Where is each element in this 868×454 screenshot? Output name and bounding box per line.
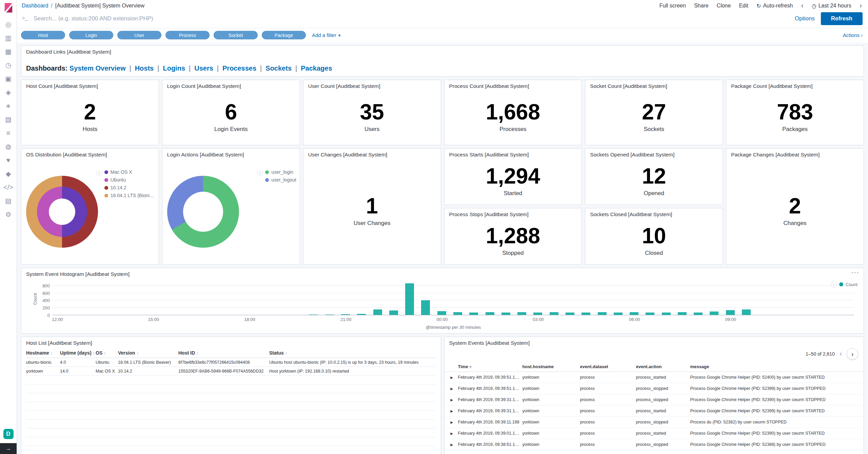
column-header[interactable]: Status↕ [269,348,436,358]
histogram-bar[interactable] [357,314,366,315]
sidebar-item-canvas[interactable]: ▣ [3,74,14,83]
histogram-bar[interactable] [501,313,510,315]
sidebar-item-timelion[interactable]: ◷ [3,60,14,70]
column-header[interactable]: Host ID↕ [178,348,269,358]
histogram-bar[interactable] [405,283,414,315]
page-prev-button[interactable]: ‹ [840,350,842,358]
legend-item[interactable]: Mac OS X [104,169,155,175]
dashboard-link-system-overview[interactable]: System Overview [70,64,126,72]
row-expand-icon[interactable]: ▶ [448,398,458,402]
filter-pill-process[interactable]: Process [165,31,210,39]
clone-button[interactable]: Clone [717,3,731,9]
sidebar-item-visualize[interactable]: ▥ [3,33,14,43]
legend-item[interactable]: Ubuntu [104,177,155,183]
histogram-bar[interactable] [517,312,526,315]
sidebar-item-machine-learning[interactable]: ∗ [3,101,14,111]
histogram-bar[interactable] [630,312,638,315]
sidebar-item-maps[interactable]: ◈ [3,88,14,97]
legend-item[interactable]: 18.04.1 LTS (Bionic B... [104,193,155,198]
row-expand-icon[interactable]: ▶ [448,409,458,413]
page-next-button[interactable]: › [847,348,858,360]
time-forward-button[interactable]: › [860,2,862,10]
histogram-bar[interactable] [437,311,446,315]
sidebar-item-management[interactable]: ⚙ [3,210,14,219]
legend-label[interactable]: Count [846,282,857,287]
sidebar-item-apm[interactable]: ◍ [3,142,14,151]
histogram-bar[interactable] [309,315,318,315]
edit-button[interactable]: Edit [739,3,748,9]
row-expand-icon[interactable]: ▶ [448,443,458,447]
histogram-bar[interactable] [598,312,607,315]
auto-refresh-button[interactable]: ↻ Auto-refresh [756,3,793,9]
add-filter-link[interactable]: Add a filter + [312,32,341,38]
row-expand-icon[interactable]: ▶ [448,420,458,424]
time-back-button[interactable]: ‹ [801,2,803,10]
filter-pill-login[interactable]: Login [69,31,113,39]
legend-toggle-icon[interactable]: ‹ [96,170,102,176]
histogram-bar[interactable] [421,300,430,315]
histogram-bar[interactable] [325,315,334,315]
histogram-plot[interactable]: 12:0015:0018:0021:0000:0003:0006:0009:00 [53,283,854,315]
sidebar-item-discover[interactable]: ◎ [3,20,14,29]
histogram-bar[interactable] [566,313,574,315]
filter-pill-host[interactable]: Host [21,31,65,39]
legend-toggle-icon[interactable]: ‹ [257,170,263,176]
sidebar-item-graph[interactable]: ◆ [3,169,14,178]
sidebar-item-infrastructure[interactable]: ▧ [3,115,14,124]
filter-pill-user[interactable]: User [117,31,161,39]
histogram-bar[interactable] [646,313,654,315]
column-header[interactable]: event.action [636,364,690,369]
column-header[interactable]: Hostname↕ [26,348,60,358]
histogram-bar[interactable] [678,312,687,315]
column-header[interactable]: OS↕ [96,348,118,358]
histogram-bar[interactable] [726,310,735,315]
row-expand-icon[interactable]: ▶ [448,376,458,379]
histogram-bar[interactable] [389,310,398,315]
histogram-bar[interactable] [341,314,350,315]
login-actions-donut[interactable] [167,176,239,248]
column-header[interactable]: Uptime (days)↕ [60,348,96,358]
options-link[interactable]: Options [795,15,815,22]
dashboard-link-sockets[interactable]: Sockets [265,64,292,72]
dashboard-link-packages[interactable]: Packages [301,64,332,72]
histogram-bar[interactable] [662,313,671,315]
column-header[interactable]: event.dataset [580,364,636,369]
legend-item[interactable]: user_logout [265,177,296,183]
column-header[interactable]: Time▾ [458,364,522,369]
legend-item[interactable]: 10.14.2 [104,185,155,190]
sidebar-item-monitoring[interactable]: ▤ [3,196,14,206]
filter-pill-socket[interactable]: Socket [214,31,258,39]
share-button[interactable]: Share [694,3,709,9]
search-input[interactable] [34,15,789,22]
filter-pill-package[interactable]: Package [262,31,306,39]
histogram-bar[interactable] [486,312,494,315]
column-header[interactable]: Version↕ [118,348,178,358]
os-distribution-donut[interactable] [26,176,98,248]
sidebar-item-logs[interactable]: ≡ [3,128,14,138]
kibana-logo[interactable] [3,3,14,14]
actions-link[interactable]: Actions › [843,32,863,38]
row-expand-icon[interactable]: ▶ [448,432,458,435]
histogram-bar[interactable] [742,309,751,315]
sidebar-item-dashboard[interactable]: ▦ [3,47,14,56]
space-avatar[interactable]: D [3,429,14,439]
row-expand-icon[interactable]: ▶ [448,387,458,391]
histogram-bar[interactable] [614,313,623,315]
legend-toggle-icon[interactable]: ‹ [831,282,837,288]
legend-item[interactable]: user_login [265,169,296,175]
histogram-bar[interactable] [550,312,558,315]
nav-collapse-button[interactable]: → [0,443,17,454]
histogram-bar[interactable] [581,313,590,315]
histogram-bar[interactable] [453,312,462,315]
dashboard-link-hosts[interactable]: Hosts [135,64,154,72]
histogram-bar[interactable] [469,313,478,315]
histogram-bar[interactable] [694,313,703,315]
dashboard-link-processes[interactable]: Processes [222,64,256,72]
time-picker-button[interactable]: ◷ Last 24 hours [812,3,851,9]
histogram-bar[interactable] [373,309,382,315]
sidebar-item-dev-tools[interactable]: </> [3,183,14,192]
full-screen-button[interactable]: Full screen [659,3,686,9]
histogram-bar[interactable] [533,313,542,315]
dashboard-link-logins[interactable]: Logins [163,64,185,72]
dashboard-link-users[interactable]: Users [194,64,213,72]
